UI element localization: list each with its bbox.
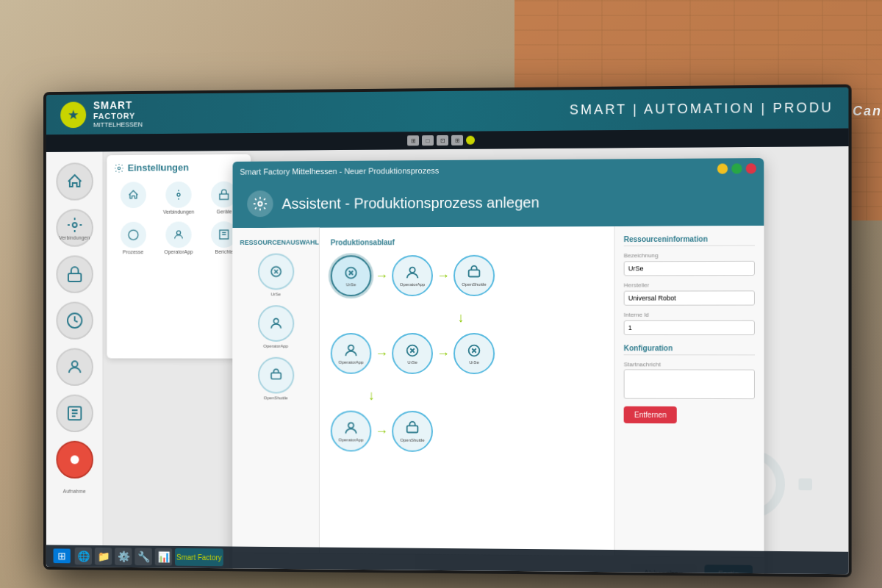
monitor-screen: ★ SMART FACTORY MITTELHESSEN SMART | AUT… xyxy=(46,87,849,575)
sidebar-item-processes[interactable] xyxy=(56,302,93,340)
monitor-frame: ★ SMART FACTORY MITTELHESSEN SMART | AUT… xyxy=(43,85,852,578)
config-section-title: Konfiguration xyxy=(624,344,755,355)
dialog-heading: Assistent - Produktionsprozess anlegen xyxy=(282,194,539,212)
svg-rect-8 xyxy=(220,194,229,199)
field-bezeichnung: Bezeichnung xyxy=(624,252,755,276)
svg-point-5 xyxy=(70,455,79,464)
sidebar-item-recording[interactable] xyxy=(56,441,93,479)
flow-arrow-down-1: ↓ xyxy=(440,311,481,324)
sidebar-item-home[interactable] xyxy=(56,162,93,201)
flow-arrow-1: → xyxy=(375,268,388,284)
resource-section-label: Ressourcenauswahl xyxy=(240,239,312,246)
resource-item-openshuttle[interactable]: OpenShuttle xyxy=(257,357,293,401)
flow-row-3: OperatorApp → OpenShuttle xyxy=(331,411,603,453)
brand-logo: ★ SMART FACTORY MITTELHESSEN xyxy=(60,99,143,129)
taskbar-app-2[interactable]: 📁 xyxy=(95,548,112,565)
resource-item-operatorapp[interactable]: OperatorApp xyxy=(257,305,293,348)
flow-arrow-2: → xyxy=(437,268,450,283)
sidebar-item-reports[interactable] xyxy=(56,395,93,432)
svg-rect-15 xyxy=(271,373,281,379)
dialog-header-icon xyxy=(247,190,273,217)
dialog-right-panel: Ressourceninformation Bezeichnung Herste… xyxy=(614,226,764,574)
dialog-center-panel: Produktionsablauf UrSe → xyxy=(320,226,614,574)
dialog-left-panel: Ressourcenauswahl UrSe xyxy=(233,228,320,575)
flow-row-2: OperatorApp → UrSe → xyxy=(331,333,603,374)
flow-section-label: Produktionsablauf xyxy=(331,237,603,246)
flow-arrow-down-2: ↓ xyxy=(351,389,392,402)
flow-node-openshuttle-1[interactable]: OpenShuttle xyxy=(453,255,495,296)
dialog-titlebar: Smart Factory Mittelhessen - Neuer Produ… xyxy=(233,158,764,182)
taskbar-app-1[interactable]: 🌐 xyxy=(75,548,92,565)
flow-node-urse-3[interactable]: UrSe xyxy=(453,333,495,374)
sidebar-item-devices[interactable] xyxy=(56,255,93,293)
dialog-maximize-btn[interactable] xyxy=(731,163,742,173)
taskbar-app-4[interactable]: 🔧 xyxy=(135,548,151,565)
svg-rect-23 xyxy=(407,426,418,432)
sidebar-item-label: Verbindungen xyxy=(59,234,90,240)
panel-items-grid: Verbindungen Geräte Prozesse Operat xyxy=(114,182,243,255)
taskbar-app-5[interactable]: 📊 xyxy=(155,548,172,566)
info-section-title: Ressourceninformation xyxy=(624,234,755,246)
sidebar-item-connections[interactable]: Verbindungen xyxy=(56,209,93,246)
taskbar-icon-3: ⊡ xyxy=(437,135,448,146)
svg-point-3 xyxy=(71,361,77,367)
svg-point-22 xyxy=(348,423,354,428)
flow-node-urse-2[interactable]: UrSe xyxy=(392,333,433,374)
dialog-close-btn[interactable] xyxy=(746,163,756,173)
taskbar-app-3[interactable]: ⚙️ xyxy=(115,548,132,565)
flow-row-1: UrSe → OperatorApp → xyxy=(331,254,603,296)
taskbar-icon-4: ⊞ xyxy=(451,135,463,146)
brand-bar: ★ SMART FACTORY MITTELHESSEN SMART | AUT… xyxy=(46,87,849,135)
einstellungen-title: Einstellungen xyxy=(114,162,243,173)
brand-logo-icon: ★ xyxy=(60,101,86,128)
flow-node-operatorapp-1[interactable]: OperatorApp xyxy=(392,255,433,296)
flow-arrow-3: → xyxy=(375,345,388,361)
dialog-title-text: Smart Factory Mittelhessen - Neuer Produ… xyxy=(240,165,713,176)
flow-node-urse-1[interactable]: UrSe xyxy=(331,255,372,296)
flow-node-operatorapp-3[interactable]: OperatorApp xyxy=(331,411,372,452)
svg-point-0 xyxy=(72,223,76,227)
taskbar-start-btn[interactable]: ⊞ xyxy=(54,548,71,563)
taskbar-icon-5 xyxy=(466,136,475,145)
resource-item-urse[interactable]: UrSe xyxy=(257,254,293,297)
app-area: Verbindungen xyxy=(46,146,849,574)
panel-item-4[interactable]: Prozesse xyxy=(114,222,152,255)
taskbar-app-6[interactable]: Smart Factory xyxy=(175,548,223,566)
svg-point-9 xyxy=(129,230,138,240)
resource-list: UrSe OperatorApp xyxy=(240,254,312,401)
input-bezeichnung[interactable] xyxy=(624,261,755,276)
field-hersteller: Hersteller xyxy=(624,282,755,306)
input-startnachricht[interactable] xyxy=(624,369,755,399)
sidebar: Verbindungen xyxy=(46,151,104,567)
svg-point-17 xyxy=(409,268,415,273)
svg-rect-18 xyxy=(469,270,480,276)
flow-diagram: UrSe → OperatorApp → xyxy=(331,254,603,569)
svg-point-7 xyxy=(177,193,180,196)
remove-button[interactable]: Entfernen xyxy=(624,406,678,423)
brand-tagline: SMART | AUTOMATION | PRODU xyxy=(570,100,833,118)
svg-rect-1 xyxy=(68,273,80,282)
svg-point-6 xyxy=(118,167,120,169)
taskbar-icon-1: ⊞ xyxy=(407,135,419,146)
flow-node-openshuttle-2[interactable]: OpenShuttle xyxy=(392,411,433,452)
field-startnachricht: Startnachricht xyxy=(624,361,755,399)
flow-arrow-4: → xyxy=(437,345,450,361)
svg-point-12 xyxy=(258,202,262,206)
field-interne-id: Interne Id xyxy=(624,312,755,335)
panel-item-5[interactable]: OperatorApp xyxy=(159,221,198,254)
einstellungen-panel: Einstellungen Verbindungen Geräte xyxy=(107,154,251,359)
sidebar-item-operator[interactable] xyxy=(56,348,93,386)
can-text-label: Can xyxy=(853,104,882,119)
svg-rect-27 xyxy=(798,478,812,490)
panel-item-2[interactable]: Verbindungen xyxy=(159,182,198,215)
main-content: Einstellungen Verbindungen Geräte xyxy=(104,146,849,574)
recording-label: Aufnahme xyxy=(63,489,86,494)
dialog-minimize-btn[interactable] xyxy=(717,163,728,173)
input-hersteller[interactable] xyxy=(624,290,755,305)
svg-point-19 xyxy=(348,345,354,351)
flow-arrow-5: → xyxy=(375,423,388,439)
input-interne-id[interactable] xyxy=(624,320,755,335)
panel-item-1[interactable] xyxy=(114,182,152,215)
taskbar-icon-2: □ xyxy=(422,135,434,146)
flow-node-operatorapp-2[interactable]: OperatorApp xyxy=(331,333,372,374)
